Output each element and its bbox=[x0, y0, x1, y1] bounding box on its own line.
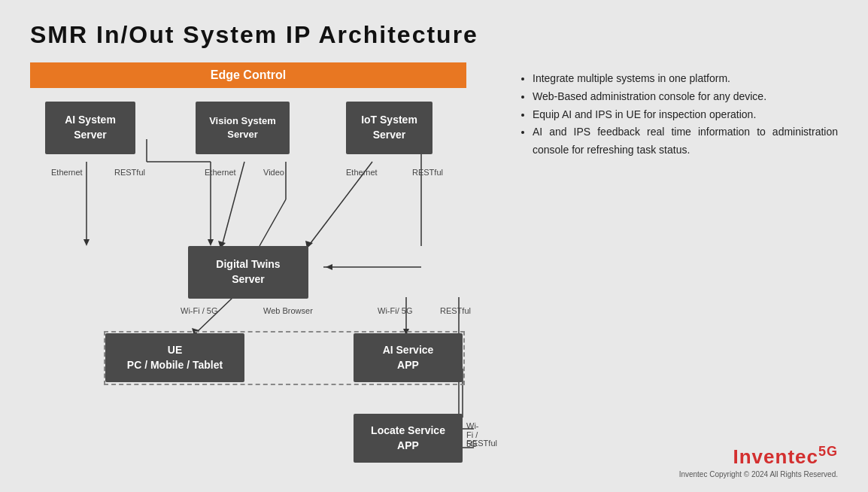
ethernet2-label: Ethernet bbox=[205, 168, 236, 177]
bullet-4: AI and IPS feedback real time informatio… bbox=[533, 123, 838, 159]
footer: Inventec5G Inventec Copyright © 2024 All… bbox=[679, 444, 838, 478]
web-browser-label: Web Browser bbox=[263, 306, 313, 315]
video-label: Video bbox=[263, 168, 284, 177]
wifi-5g2-label: Wi-Fi/ 5G bbox=[378, 306, 412, 315]
bullet-3: Equip AI and IPS in UE for inspection op… bbox=[533, 106, 838, 124]
digital-twins-server-box: Digital Twins Server bbox=[188, 246, 308, 299]
diagram-inner: AI System Server Vision System Server Io… bbox=[30, 102, 474, 463]
page: SMR In/Out System IP Architecture Edge C… bbox=[0, 0, 868, 492]
locate-service-app-box: Locate Service APP bbox=[354, 414, 463, 463]
edge-control-bar: Edge Control bbox=[30, 62, 466, 88]
vision-system-server-box: Vision System Server bbox=[196, 102, 290, 154]
restful2-label: RESTful bbox=[412, 168, 443, 177]
page-title: SMR In/Out System IP Architecture bbox=[30, 21, 838, 49]
restful1-label: RESTful bbox=[114, 168, 145, 177]
svg-line-9 bbox=[259, 199, 286, 246]
bullet-1: Integrate multiple systems in one platfo… bbox=[533, 70, 838, 88]
restful4-label: RESTful bbox=[466, 439, 497, 448]
ai-system-server-box: AI System Server bbox=[45, 102, 135, 154]
bullet-list: Integrate multiple systems in one platfo… bbox=[519, 70, 838, 159]
svg-line-16 bbox=[196, 297, 233, 333]
wifi-5g1-label: Wi-Fi / 5G bbox=[181, 306, 218, 315]
inventec-logo: Inventec5G bbox=[733, 444, 838, 469]
ethernet3-label: Ethernet bbox=[346, 168, 378, 177]
bullet-2: Web-Based administration console for any… bbox=[533, 88, 838, 106]
dashed-outline bbox=[104, 331, 465, 385]
diagram-area: Edge Control bbox=[30, 62, 496, 463]
right-panel: Integrate multiple systems in one platfo… bbox=[519, 62, 838, 463]
svg-marker-1 bbox=[83, 239, 90, 246]
iot-system-server-box: IoT System Server bbox=[346, 102, 432, 154]
main-content: Edge Control bbox=[30, 62, 838, 463]
copyright: Inventec Copyright © 2024 All Rights Res… bbox=[679, 470, 838, 478]
svg-marker-15 bbox=[326, 264, 332, 270]
ethernet1-label: Ethernet bbox=[51, 168, 83, 177]
svg-marker-5 bbox=[208, 239, 214, 246]
restful3-label: RESTful bbox=[440, 306, 471, 315]
